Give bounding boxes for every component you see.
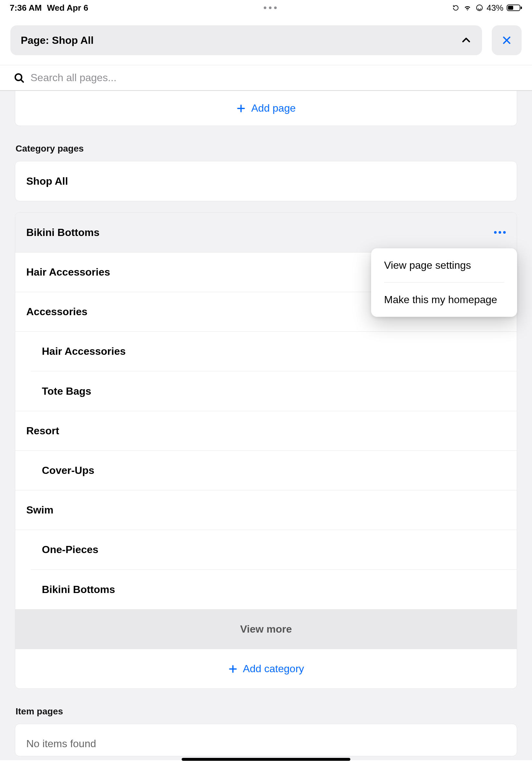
- category-label: Hair Accessories: [26, 266, 110, 278]
- search-icon: [14, 72, 25, 83]
- orientation-lock-icon: [452, 4, 459, 11]
- shop-all-card[interactable]: Shop All: [15, 161, 517, 201]
- category-row[interactable]: Swim: [15, 490, 517, 530]
- item-pages-title: Item pages: [16, 706, 517, 717]
- subcategory-row[interactable]: Hair Accessories: [15, 331, 517, 371]
- svg-line-7: [21, 79, 23, 82]
- subcategory-label: Tote Bags: [42, 385, 91, 397]
- home-indicator[interactable]: [182, 758, 350, 761]
- svg-rect-3: [521, 6, 522, 9]
- close-button[interactable]: [492, 25, 522, 55]
- category-label: Accessories: [26, 306, 88, 318]
- page-header: Page: Shop All: [0, 16, 532, 65]
- battery-icon: [507, 4, 522, 12]
- page-selector-label: Page: Shop All: [21, 34, 94, 46]
- plus-icon: [228, 664, 238, 674]
- page-selector[interactable]: Page: Shop All: [10, 25, 482, 55]
- add-page-button[interactable]: Add page: [15, 91, 517, 126]
- subcategory-row[interactable]: Cover-Ups: [15, 451, 517, 490]
- battery-percent: 43%: [487, 3, 503, 13]
- plus-icon: [236, 103, 246, 113]
- search-row: [0, 65, 532, 91]
- menu-make-homepage[interactable]: Make this my homepage: [371, 283, 517, 317]
- more-options-icon[interactable]: [494, 231, 506, 234]
- view-more-label: View more: [240, 623, 292, 635]
- status-time: 7:36 AM: [10, 3, 42, 13]
- category-label: Shop All: [26, 175, 68, 187]
- category-row-shop-all: Shop All: [15, 161, 517, 201]
- menu-label: View page settings: [384, 259, 471, 271]
- item-pages-card: No items found: [15, 724, 517, 756]
- category-label: Resort: [26, 425, 59, 437]
- subcategory-row[interactable]: One-Pieces: [15, 530, 517, 569]
- content-scroll[interactable]: Add page Category pages Shop All Bikini …: [0, 91, 532, 760]
- subcategory-label: Hair Accessories: [42, 345, 126, 357]
- add-category-label: Add category: [243, 663, 304, 675]
- wifi-icon: [463, 4, 472, 12]
- add-page-label: Add page: [251, 102, 296, 114]
- view-more-button[interactable]: View more: [15, 609, 517, 649]
- search-input[interactable]: [30, 72, 518, 84]
- category-row[interactable]: Resort: [15, 411, 517, 451]
- close-icon: [502, 35, 512, 45]
- category-label: Swim: [26, 504, 54, 516]
- menu-label: Make this my homepage: [384, 294, 497, 305]
- subcategory-label: Bikini Bottoms: [42, 584, 115, 596]
- category-pages-title: Category pages: [16, 143, 517, 154]
- subcategory-label: One-Pieces: [42, 544, 98, 556]
- status-date: Wed Apr 6: [47, 3, 88, 13]
- category-row[interactable]: Bikini Bottoms: [15, 213, 517, 252]
- items-empty-label: No items found: [26, 738, 96, 750]
- subcategory-row[interactable]: Tote Bags: [15, 371, 517, 411]
- items-empty-row: No items found: [15, 724, 517, 756]
- do-not-disturb-icon: [476, 4, 483, 12]
- menu-view-page-settings[interactable]: View page settings: [371, 248, 517, 282]
- category-label: Bikini Bottoms: [26, 226, 100, 238]
- status-bar: 7:36 AM Wed Apr 6 43%: [0, 0, 532, 16]
- subcategory-row[interactable]: Bikini Bottoms: [15, 570, 517, 609]
- add-category-button[interactable]: Add category: [15, 649, 517, 688]
- multitask-dots-icon: [264, 6, 277, 9]
- chevron-up-icon: [461, 35, 472, 46]
- context-menu: View page settings Make this my homepage: [371, 248, 517, 317]
- subcategory-label: Cover-Ups: [42, 465, 94, 477]
- svg-rect-2: [508, 6, 513, 10]
